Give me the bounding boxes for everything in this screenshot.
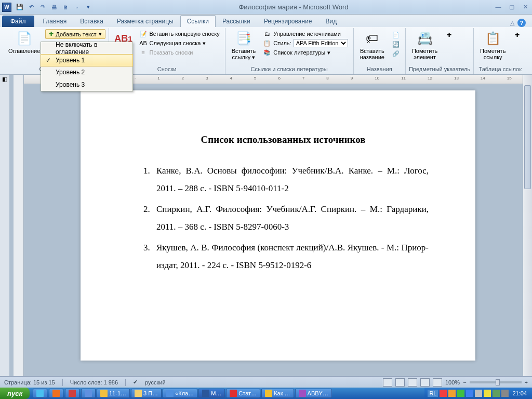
tray-icon[interactable] — [493, 390, 500, 397]
taskbar-item[interactable]: «Кла… — [163, 389, 197, 398]
insert-citation-button[interactable]: 📑 Вставитьссылку ▾ — [229, 29, 259, 61]
status-wordcount[interactable]: Число слов: 1 986 — [70, 379, 118, 385]
title-bar: W 💾 ↶ ↷ 🖶 🗎 ▫ ▾ Философия мария - Micros… — [0, 0, 532, 15]
plus-icon: ✚ — [49, 31, 54, 37]
menu-item-none[interactable]: Не включать в оглавление — [41, 42, 132, 55]
qat-icon[interactable]: ▫ — [72, 2, 82, 12]
group-label-index: Предметный указатель — [409, 65, 470, 73]
quick-access-toolbar: 💾 ↶ ↷ 🖶 🗎 ▫ ▾ — [15, 2, 94, 12]
manage-sources-button[interactable]: 🗂Управление источниками — [261, 29, 350, 38]
group-authorities: 📋 Пометитьссылку ✚ Таблица ссылок — [474, 28, 526, 74]
quick-launch-icon[interactable] — [33, 389, 47, 398]
tab-mailings[interactable]: Рассылки — [216, 15, 257, 27]
taskbar-item[interactable]: М… — [198, 389, 225, 398]
tray-icon[interactable] — [475, 390, 482, 397]
tab-review[interactable]: Рецензирование — [257, 15, 319, 27]
tab-home[interactable]: Главная — [36, 15, 74, 27]
next-footnote-icon: AB — [139, 39, 148, 47]
taskbar-item[interactable]: ABBY… — [295, 389, 332, 398]
doc-heading: Список использованных источников — [138, 134, 429, 145]
quick-launch-icon[interactable] — [81, 389, 96, 398]
insert-caption-button[interactable]: 🏷 Вставитьназвание — [357, 29, 388, 61]
style-select[interactable]: APA Fifth Edition — [294, 39, 348, 47]
auth-extra[interactable]: ✚ — [511, 30, 523, 39]
tray-icon[interactable] — [448, 390, 456, 397]
list-item: Канке, В.А. Основы философии: Учебник/В.… — [152, 162, 429, 197]
print-icon[interactable]: 🖶 — [49, 2, 59, 12]
menu-item-level2[interactable]: Уровень 2 — [41, 66, 132, 78]
tab-layout[interactable]: Разметка страницы — [110, 15, 180, 27]
zoom-out-button[interactable]: − — [463, 379, 466, 385]
tab-file[interactable]: Файл — [2, 16, 34, 27]
toc-button[interactable]: 📄 Оглавление — [5, 29, 43, 55]
tray-icon[interactable] — [457, 390, 464, 397]
vertical-ruler[interactable] — [14, 75, 24, 376]
start-button[interactable]: пуск — [0, 388, 30, 399]
taskbar-item[interactable]: 11-1… — [97, 389, 130, 398]
tab-view[interactable]: Вид — [318, 15, 343, 27]
captions-extra-3[interactable]: 🔗 — [390, 49, 402, 58]
caption-label: Вставитьназвание — [360, 48, 384, 60]
document-area: ◧ 21·1234567891011121314151617 Список ис… — [0, 75, 532, 376]
language-indicator[interactable]: RL — [428, 390, 438, 397]
save-icon[interactable]: 💾 — [15, 2, 25, 12]
tray-icon[interactable] — [466, 390, 473, 397]
window-controls: — ▢ ✕ — [494, 4, 530, 10]
view-print-layout-button[interactable] — [383, 378, 392, 387]
tray-icon[interactable] — [501, 390, 509, 397]
qat-more-icon[interactable]: ▾ — [83, 2, 94, 12]
new-doc-icon[interactable]: 🗎 — [60, 2, 71, 12]
scrollbar-thumb[interactable] — [524, 85, 531, 189]
menu-item-level3[interactable]: Уровень 3 — [41, 78, 132, 91]
zoom-slider-handle[interactable] — [496, 379, 500, 385]
taskbar-item[interactable]: 3 П… — [131, 389, 162, 398]
list-item: Спиркин, А.Г. Философия: Учебник/А.Г. Сп… — [152, 201, 429, 236]
minimize-button[interactable]: — — [494, 4, 503, 10]
quick-launch-icon[interactable] — [49, 389, 63, 398]
redo-icon[interactable]: ↷ — [37, 2, 48, 12]
tray-icon[interactable] — [440, 390, 447, 397]
taskbar: пуск 11-1… 3 П… «Кла… М… Стат… Как … ABB… — [0, 388, 532, 399]
tray-icon[interactable] — [484, 390, 491, 397]
tab-insert[interactable]: Вставка — [73, 15, 110, 27]
minimize-ribbon-icon[interactable]: △ — [510, 20, 514, 26]
bibliography-button[interactable]: 📚Список литературы ▾ — [261, 48, 350, 57]
menu-item-level1[interactable]: ✓Уровень 1 — [41, 54, 133, 66]
view-web-button[interactable] — [408, 378, 417, 387]
document-page[interactable]: Список использованных источников Канке, … — [81, 90, 475, 361]
undo-icon[interactable]: ↶ — [26, 2, 36, 12]
vertical-scrollbar[interactable] — [523, 75, 532, 376]
insert-citation-label: Вставитьссылку ▾ — [232, 48, 256, 60]
next-footnote-button[interactable]: ABСледующая сноска ▾ — [137, 38, 222, 48]
show-notes-button[interactable]: ≡Показать сноски — [137, 48, 222, 57]
proofing-icon[interactable]: ✔ — [133, 379, 138, 385]
maximize-button[interactable]: ▢ — [507, 4, 516, 10]
view-draft-button[interactable] — [433, 378, 442, 387]
style-icon: 📋 — [263, 39, 271, 47]
mark-entry-label: Пометитьэлемент — [412, 48, 437, 60]
taskbar-item[interactable]: Как … — [261, 389, 294, 398]
insert-endnote-button[interactable]: 📝Вставить концевую сноску — [137, 29, 222, 38]
zoom-level[interactable]: 100% — [445, 379, 460, 385]
status-language[interactable]: русский — [145, 379, 165, 385]
view-fullscreen-button[interactable] — [395, 378, 405, 387]
clock[interactable]: 21:04 — [510, 390, 529, 396]
left-margin-toggle[interactable]: ◧ — [0, 75, 9, 376]
captions-extra-1[interactable]: 📄 — [390, 30, 402, 39]
close-button[interactable]: ✕ — [521, 4, 530, 10]
zoom-slider[interactable] — [470, 381, 522, 383]
zoom-in-button[interactable]: + — [525, 379, 528, 385]
mark-entry-button[interactable]: 📇 Пометитьэлемент — [409, 29, 441, 61]
tab-references[interactable]: Ссылки — [180, 15, 216, 27]
add-text-dropdown: Не включать в оглавление ✓Уровень 1 Уров… — [41, 42, 133, 91]
index-extra[interactable]: ✚ — [443, 30, 455, 39]
quick-launch-icon[interactable] — [65, 389, 79, 398]
view-outline-button[interactable] — [420, 378, 430, 387]
add-text-button[interactable]: ✚ Добавить текст ▾ — [45, 29, 105, 39]
endnote-icon: 📝 — [139, 30, 148, 38]
captions-extra-2[interactable]: 🔄 — [390, 39, 402, 49]
taskbar-item[interactable]: Стат… — [226, 389, 260, 398]
mark-citation-button[interactable]: 📋 Пометитьссылку — [477, 29, 509, 61]
status-page[interactable]: Страница: 15 из 15 — [4, 379, 55, 385]
help-icon[interactable]: ? — [517, 19, 526, 27]
